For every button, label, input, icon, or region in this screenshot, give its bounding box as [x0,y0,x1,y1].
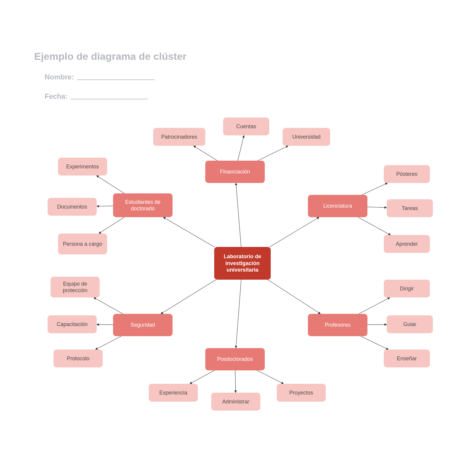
leaf-proyectos: Proyectos [277,384,326,402]
svg-line-12 [236,280,241,348]
svg-line-23 [99,217,124,234]
svg-line-13 [190,370,214,384]
leaf-persona-cargo: Persona a cargo [58,234,107,254]
date-label: Fecha: [45,92,68,101]
svg-line-9 [359,298,390,314]
hub-profesores: Profesores [308,314,367,336]
svg-line-19 [95,336,121,350]
svg-line-22 [97,206,113,206]
date-input-line[interactable] [71,99,148,99]
leaf-universidad: Universidad [283,128,330,146]
leaf-patrocinadores: Patrocinadores [153,128,205,146]
leaf-protocolo: Protocolo [54,350,103,367]
leaf-capacitacion: Capacitación [48,315,97,333]
name-label: Nombre: [45,73,74,81]
svg-line-0 [236,183,241,247]
svg-line-21 [96,176,124,193]
name-input-line[interactable] [77,79,154,80]
svg-line-11 [361,336,389,350]
hub-doctorado: Estudiantes de doctorado [113,193,173,217]
leaf-administrar: Administrar [211,393,260,411]
svg-line-18 [97,325,113,325]
svg-line-4 [270,217,319,247]
leaf-experiencia: Experiencia [149,384,198,402]
leaf-aprender: Aprender [384,235,430,253]
leaf-documentos: Documentos [48,198,97,216]
svg-line-3 [258,146,288,161]
hub-financiacion: Financiación [205,161,265,183]
name-row: Nombre: [45,73,154,81]
svg-line-8 [268,280,320,314]
leaf-tareas: Tareas [387,199,433,217]
date-row: Fecha: [45,92,148,101]
svg-line-17 [94,298,123,314]
leaf-cuentas: Cuentas [223,118,269,135]
leaf-equipo-proteccion: Equipo de protección [51,277,100,298]
svg-line-1 [193,146,217,161]
svg-line-7 [358,217,390,235]
hub-licenciatura: Licenciatura [308,195,367,217]
leaf-experimentos: Experimentos [58,158,107,176]
svg-line-2 [238,135,244,161]
svg-line-16 [161,280,216,314]
leaf-guiar: Guiar [387,315,433,333]
leaf-ensenar: Enseñar [384,350,430,367]
svg-line-6 [367,207,387,208]
svg-line-20 [163,217,214,247]
leaf-dirigir: Dirigir [384,280,430,298]
svg-line-14 [235,370,236,393]
svg-line-10 [367,325,387,325]
svg-line-15 [257,370,284,384]
leaf-posteres: Pósteres [384,165,430,183]
svg-line-5 [362,183,388,195]
center-node: Laboratorio de investigación universitar… [214,247,271,280]
hub-seguridad: Seguridad [113,314,173,336]
hub-posdoctorados: Posdoctorados [205,348,265,370]
page-title: Ejemplo de diagrama de clúster [34,51,187,62]
